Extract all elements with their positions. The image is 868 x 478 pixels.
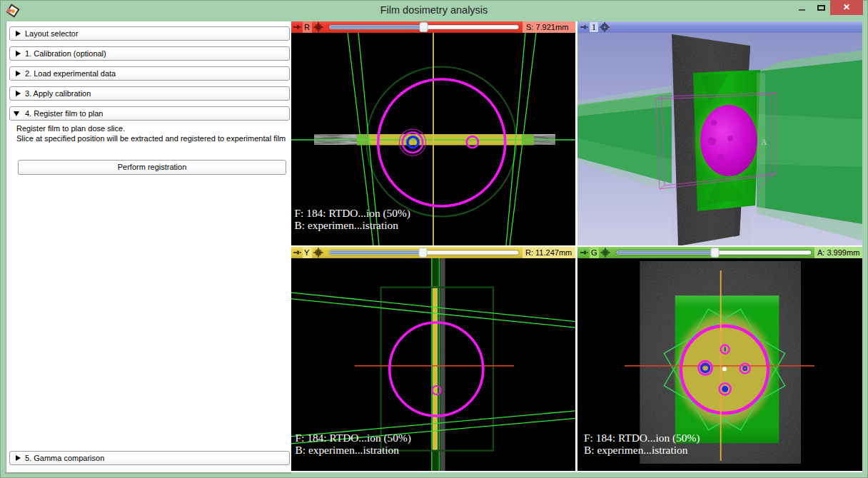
svg-text:F: 184: RTDO...ion (50%): F: 184: RTDO...ion (50%) bbox=[584, 432, 700, 444]
svg-text:F: 184: RTDO...ion (50%): F: 184: RTDO...ion (50%) bbox=[296, 432, 411, 444]
svg-text:B: experimen...istration: B: experimen...istration bbox=[295, 219, 399, 231]
svg-text:B: experimen...istration: B: experimen...istration bbox=[296, 444, 400, 456]
svg-text:B: experimen...istration: B: experimen...istration bbox=[584, 444, 688, 456]
svg-text:A: A bbox=[761, 138, 767, 146]
svg-text:F: 184: RTDO...ion (50%): F: 184: RTDO...ion (50%) bbox=[295, 207, 410, 220]
